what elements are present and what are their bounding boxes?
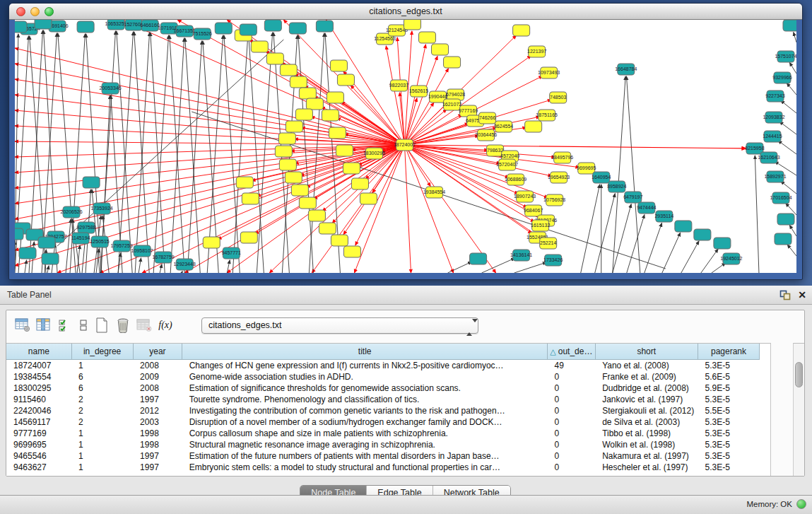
column-header-short[interactable]: short — [595, 344, 698, 359]
graph-node[interactable] — [295, 109, 312, 120]
graph-node[interactable] — [322, 110, 339, 121]
table-settings-icon[interactable] — [13, 316, 32, 334]
table-row[interactable]: 969969511998Structural magnetic resonanc… — [6, 439, 760, 450]
table-row[interactable]: 911546021997Tourette syndrome. Phenomeno… — [6, 394, 760, 405]
graph-node[interactable]: 9474444 — [637, 202, 656, 214]
graph-node[interactable] — [251, 41, 268, 52]
graph-node[interactable] — [290, 76, 307, 88]
graph-node[interactable] — [432, 44, 449, 55]
graph-node[interactable] — [286, 121, 302, 132]
graph-node[interactable] — [275, 146, 292, 157]
column-header-in-degree[interactable]: in_degree — [71, 344, 133, 359]
table-row[interactable]: 1938455462009Genome-wide association stu… — [6, 371, 760, 382]
graph-node[interactable]: 10688609 — [505, 174, 526, 185]
graph-node[interactable] — [444, 57, 461, 68]
graph-node[interactable]: 8958924 — [607, 181, 626, 192]
graph-node[interactable]: 19384554 — [423, 187, 445, 198]
graph-node[interactable]: 7515526 — [193, 28, 212, 40]
graph-node[interactable]: 10973493 — [538, 67, 560, 78]
graph-node[interactable] — [525, 121, 542, 132]
graph-node[interactable] — [513, 25, 530, 36]
citation-network-graph[interactable]: 1872400711254563121245499822037156261519… — [15, 20, 796, 273]
close-panel-icon[interactable]: ✕ — [798, 288, 806, 301]
graph-node[interactable] — [280, 64, 297, 76]
memory-indicator[interactable]: Memory: OK — [746, 499, 806, 509]
graph-node[interactable] — [326, 92, 343, 103]
show-columns-icon[interactable] — [35, 316, 53, 334]
graph-node[interactable] — [404, 20, 420, 30]
graph-node[interactable] — [15, 21, 27, 33]
graph-node[interactable]: 18495796 — [551, 152, 573, 163]
graph-node[interactable] — [360, 193, 377, 204]
graph-node[interactable] — [331, 235, 348, 246]
graph-node[interactable]: 1615132 — [531, 220, 550, 231]
graph-node[interactable] — [242, 193, 259, 204]
graph-node[interactable] — [289, 23, 306, 34]
graph-node[interactable]: 19245012 — [720, 253, 742, 264]
graph-node[interactable]: 252214 — [540, 238, 557, 249]
graph-node[interactable]: 17016504 — [770, 192, 792, 204]
table-row[interactable]: 1456911722003Disruption of a novel membe… — [6, 416, 760, 428]
table-row[interactable]: 946554611997Estimation of the future num… — [6, 450, 760, 462]
graph-node[interactable] — [783, 20, 796, 31]
graph-node[interactable] — [236, 177, 253, 188]
graph-node[interactable] — [42, 253, 59, 264]
graph-node[interactable]: 1733426 — [543, 255, 563, 266]
graph-node[interactable]: 18724007 — [394, 139, 416, 151]
graph-node[interactable]: 9699695 — [577, 163, 596, 174]
graph-node[interactable] — [343, 246, 360, 257]
graph-node[interactable]: 18751165 — [536, 110, 558, 121]
graph-node[interactable] — [316, 21, 333, 32]
graph-node[interactable] — [777, 214, 794, 225]
graph-node[interactable]: 17957253 — [111, 240, 133, 252]
graph-node[interactable]: 12923448 — [174, 259, 196, 270]
column-header-year[interactable]: year — [133, 344, 182, 359]
graph-node[interactable] — [77, 21, 94, 33]
graph-node[interactable]: 15751074 — [775, 51, 796, 62]
graph-node[interactable] — [240, 232, 257, 243]
graph-node[interactable] — [215, 23, 232, 34]
graph-node[interactable] — [419, 32, 436, 43]
graph-node[interactable] — [285, 172, 302, 183]
graph-node[interactable]: 20364456 — [475, 129, 497, 141]
graph-node[interactable] — [319, 223, 336, 234]
graph-node[interactable]: 20206526 — [60, 206, 82, 218]
graph-node[interactable] — [264, 20, 281, 31]
graph-node[interactable] — [299, 88, 316, 99]
table-row[interactable]: 1872400712008Changes of HCN gene express… — [6, 359, 760, 371]
column-header-out-de-[interactable]: △out_de… — [548, 344, 596, 359]
graph-node[interactable]: 9822037 — [389, 80, 408, 91]
graph-node[interactable] — [19, 247, 36, 259]
graph-node[interactable] — [240, 24, 257, 35]
graph-node[interactable]: 6466160 — [141, 20, 160, 31]
graph-node[interactable] — [266, 53, 283, 64]
graph-node[interactable]: 3624554 — [494, 121, 513, 132]
network-window-titlebar[interactable]: citations_edges.txt — [9, 4, 802, 20]
graph-node[interactable] — [714, 238, 731, 249]
delete-attributes-icon[interactable] — [114, 316, 132, 334]
graph-node[interactable]: 9457771 — [222, 247, 241, 259]
graph-node[interactable] — [694, 229, 711, 240]
table-selector-dropdown[interactable]: citations_edges.txt — [201, 317, 478, 334]
graph-node[interactable] — [83, 177, 100, 188]
graph-node[interactable] — [38, 237, 55, 248]
table-vertical-scrollbar[interactable] — [793, 343, 804, 476]
graph-node[interactable]: 16782759 — [153, 252, 175, 263]
graph-node[interactable]: 20053346 — [100, 83, 122, 94]
graph-node[interactable]: 10958107 — [131, 245, 153, 257]
graph-node[interactable] — [330, 60, 347, 71]
graph-node[interactable] — [470, 253, 487, 264]
create-table-icon[interactable] — [93, 316, 111, 334]
graph-node[interactable] — [675, 221, 692, 232]
graph-node[interactable]: 9227343 — [765, 90, 784, 102]
graph-node[interactable]: 17353924 — [91, 203, 113, 214]
graph-node[interactable]: 16648784 — [615, 64, 637, 75]
graph-node[interactable]: 1640954 — [592, 172, 611, 183]
row-options-icon[interactable] — [77, 316, 90, 334]
graph-node[interactable] — [278, 133, 295, 144]
graph-node[interactable]: 1221397 — [527, 46, 546, 57]
graph-node[interactable] — [299, 197, 316, 209]
select-columns-icon[interactable] — [56, 316, 74, 334]
column-header-title[interactable]: title — [182, 344, 548, 359]
graph-node[interactable] — [203, 237, 220, 248]
